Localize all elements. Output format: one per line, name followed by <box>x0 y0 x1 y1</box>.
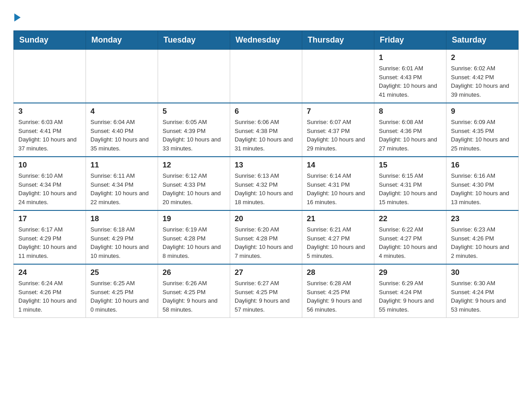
calendar-cell: 9Sunrise: 6:09 AMSunset: 4:35 PMDaylight… <box>446 103 519 157</box>
day-info-line: Daylight: 10 hours and 20 minutes. <box>163 189 225 206</box>
calendar-cell: 13Sunrise: 6:13 AMSunset: 4:32 PMDayligh… <box>230 157 302 210</box>
week-row-4: 17Sunrise: 6:17 AMSunset: 4:29 PMDayligh… <box>14 210 519 264</box>
calendar-cell: 6Sunrise: 6:06 AMSunset: 4:38 PMDaylight… <box>230 103 302 157</box>
calendar-cell <box>86 50 158 103</box>
weekday-header-saturday: Saturday <box>446 31 519 50</box>
page-header <box>13 13 519 21</box>
day-info-line: Sunset: 4:24 PM <box>379 288 442 297</box>
day-info-line: Sunset: 4:37 PM <box>307 127 369 136</box>
day-info-line: Sunrise: 6:28 AM <box>307 279 369 288</box>
day-number: 13 <box>235 161 297 170</box>
calendar-cell: 5Sunrise: 6:05 AMSunset: 4:39 PMDaylight… <box>158 103 230 157</box>
day-info-line: Sunrise: 6:05 AM <box>163 118 225 127</box>
day-info-line: Sunrise: 6:20 AM <box>235 225 297 234</box>
calendar-cell: 3Sunrise: 6:03 AMSunset: 4:41 PMDaylight… <box>14 103 86 157</box>
day-info-line: Sunrise: 6:22 AM <box>379 225 442 234</box>
day-info-line: Sunset: 4:35 PM <box>451 127 514 136</box>
day-number: 2 <box>451 53 514 62</box>
day-info-line: Sunrise: 6:14 AM <box>307 171 369 180</box>
weekday-header-friday: Friday <box>374 31 446 50</box>
calendar-cell: 7Sunrise: 6:07 AMSunset: 4:37 PMDaylight… <box>302 103 374 157</box>
day-number: 20 <box>235 214 297 223</box>
day-info-line: Sunset: 4:29 PM <box>90 234 153 243</box>
calendar-cell: 28Sunrise: 6:28 AMSunset: 4:25 PMDayligh… <box>302 264 374 318</box>
day-info-line: Daylight: 10 hours and 13 minutes. <box>451 189 514 206</box>
day-info-line: Sunset: 4:30 PM <box>451 180 514 189</box>
day-info-line: Sunrise: 6:08 AM <box>379 118 442 127</box>
day-info-line: Daylight: 10 hours and 5 minutes. <box>307 243 369 260</box>
day-info-line: Daylight: 10 hours and 8 minutes. <box>163 243 225 260</box>
weekday-header-thursday: Thursday <box>302 31 374 50</box>
day-info-line: Daylight: 10 hours and 35 minutes. <box>90 135 153 153</box>
day-info-line: Sunset: 4:32 PM <box>235 180 297 189</box>
day-info-line: Daylight: 10 hours and 4 minutes. <box>379 243 442 260</box>
day-info-line: Sunset: 4:29 PM <box>18 234 81 243</box>
day-info-line: Sunrise: 6:03 AM <box>18 118 81 127</box>
calendar-cell: 2Sunrise: 6:02 AMSunset: 4:42 PMDaylight… <box>446 50 519 103</box>
day-number: 10 <box>18 161 81 170</box>
day-info-line: Sunrise: 6:04 AM <box>90 118 153 127</box>
calendar-cell: 1Sunrise: 6:01 AMSunset: 4:43 PMDaylight… <box>374 50 446 103</box>
day-info-line: Sunrise: 6:27 AM <box>235 279 297 288</box>
day-number: 24 <box>18 268 81 277</box>
day-info-line: Daylight: 10 hours and 7 minutes. <box>235 243 297 260</box>
day-number: 1 <box>379 53 442 62</box>
day-info-line: Sunset: 4:34 PM <box>90 180 153 189</box>
day-number: 15 <box>379 161 442 170</box>
day-info-line: Sunset: 4:28 PM <box>235 234 297 243</box>
day-info-line: Sunrise: 6:29 AM <box>379 279 442 288</box>
day-info-line: Sunrise: 6:25 AM <box>90 279 153 288</box>
day-info-line: Sunrise: 6:26 AM <box>163 279 225 288</box>
day-info-line: Sunset: 4:27 PM <box>307 234 369 243</box>
calendar-cell: 26Sunrise: 6:26 AMSunset: 4:25 PMDayligh… <box>158 264 230 318</box>
logo <box>13 13 21 21</box>
day-info-line: Sunset: 4:25 PM <box>307 288 369 297</box>
calendar-cell: 21Sunrise: 6:21 AMSunset: 4:27 PMDayligh… <box>302 210 374 264</box>
day-info-line: Sunrise: 6:21 AM <box>307 225 369 234</box>
day-info-line: Sunset: 4:38 PM <box>235 127 297 136</box>
week-row-3: 10Sunrise: 6:10 AMSunset: 4:34 PMDayligh… <box>14 157 519 210</box>
day-info-line: Daylight: 9 hours and 57 minutes. <box>235 296 297 314</box>
day-info-line: Sunset: 4:40 PM <box>90 127 153 136</box>
calendar-cell: 15Sunrise: 6:15 AMSunset: 4:31 PMDayligh… <box>374 157 446 210</box>
day-info-line: Sunrise: 6:12 AM <box>163 171 225 180</box>
calendar-cell: 20Sunrise: 6:20 AMSunset: 4:28 PMDayligh… <box>230 210 302 264</box>
day-info-line: Daylight: 10 hours and 15 minutes. <box>379 189 442 206</box>
calendar-cell: 10Sunrise: 6:10 AMSunset: 4:34 PMDayligh… <box>14 157 86 210</box>
calendar-cell: 27Sunrise: 6:27 AMSunset: 4:25 PMDayligh… <box>230 264 302 318</box>
day-number: 9 <box>451 107 514 116</box>
day-info-line: Sunset: 4:43 PM <box>379 73 442 82</box>
calendar-cell: 11Sunrise: 6:11 AMSunset: 4:34 PMDayligh… <box>86 157 158 210</box>
calendar-cell: 12Sunrise: 6:12 AMSunset: 4:33 PMDayligh… <box>158 157 230 210</box>
day-number: 19 <box>163 214 225 223</box>
logo-arrow-icon <box>14 13 21 21</box>
day-number: 14 <box>307 161 369 170</box>
day-info-line: Sunset: 4:24 PM <box>451 288 514 297</box>
day-number: 12 <box>163 161 225 170</box>
day-info-line: Daylight: 10 hours and 37 minutes. <box>18 135 81 153</box>
day-info-line: Sunrise: 6:18 AM <box>90 225 153 234</box>
day-info-line: Daylight: 10 hours and 0 minutes. <box>90 296 153 314</box>
week-row-1: 1Sunrise: 6:01 AMSunset: 4:43 PMDaylight… <box>14 50 519 103</box>
day-number: 16 <box>451 161 514 170</box>
calendar-cell: 16Sunrise: 6:16 AMSunset: 4:30 PMDayligh… <box>446 157 519 210</box>
day-info-line: Sunset: 4:33 PM <box>163 180 225 189</box>
day-info-line: Sunset: 4:25 PM <box>235 288 297 297</box>
day-info-line: Sunset: 4:34 PM <box>18 180 81 189</box>
day-info-line: Daylight: 10 hours and 31 minutes. <box>235 135 297 153</box>
day-info-line: Sunrise: 6:24 AM <box>18 279 81 288</box>
day-info-line: Daylight: 9 hours and 55 minutes. <box>379 296 442 314</box>
day-number: 29 <box>379 268 442 277</box>
day-number: 6 <box>235 107 297 116</box>
day-info-line: Daylight: 10 hours and 41 minutes. <box>379 81 442 99</box>
day-info-line: Sunrise: 6:10 AM <box>18 171 81 180</box>
day-info-line: Sunset: 4:28 PM <box>163 234 225 243</box>
calendar-cell <box>302 50 374 103</box>
day-info-line: Sunset: 4:25 PM <box>90 288 153 297</box>
calendar-cell: 14Sunrise: 6:14 AMSunset: 4:31 PMDayligh… <box>302 157 374 210</box>
day-info-line: Sunset: 4:39 PM <box>163 127 225 136</box>
day-info-line: Sunrise: 6:17 AM <box>18 225 81 234</box>
day-info-line: Sunset: 4:42 PM <box>451 73 514 82</box>
day-info-line: Sunset: 4:31 PM <box>379 180 442 189</box>
day-info-line: Daylight: 10 hours and 25 minutes. <box>451 135 514 153</box>
